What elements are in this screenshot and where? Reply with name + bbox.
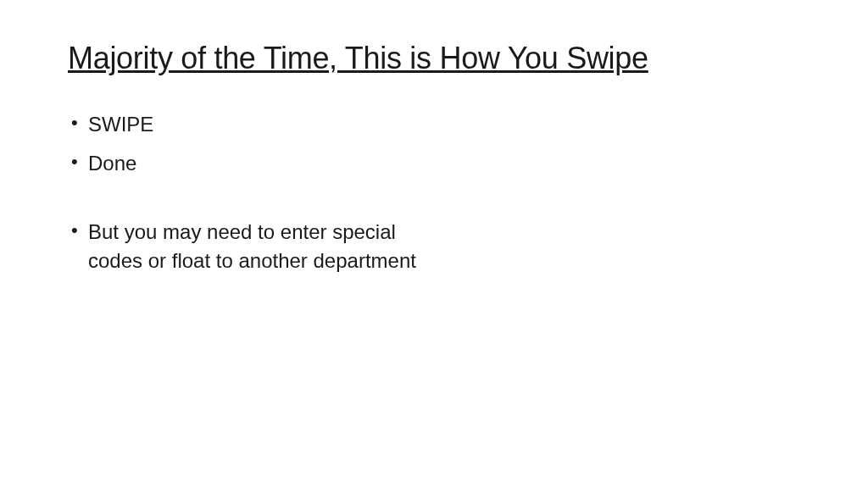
slide-title: Majority of the Time, This is How You Sw… [68,41,800,76]
bullet-list: SWIPE Done But you may need to enter spe… [68,110,424,274]
bullet-item: But you may need to enter special codes … [68,218,424,274]
bullet-item: SWIPE [68,110,424,139]
spacer [68,187,424,218]
bullet-item: Done [68,149,424,178]
